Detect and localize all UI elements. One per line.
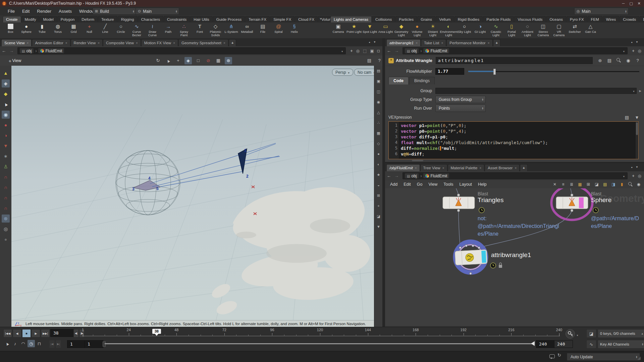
- spinner-icon[interactable]: [642, 343, 644, 346]
- breadcrumb-node[interactable]: FluidEmit: [423, 48, 449, 53]
- menu-edit[interactable]: Edit: [18, 7, 33, 15]
- move-tool-icon[interactable]: +: [174, 57, 182, 64]
- pane-resize-grip[interactable]: [412, 160, 423, 161]
- pane-tab-animation-editor[interactable]: Animation Editor: [32, 39, 70, 46]
- close-tab-icon[interactable]: [515, 166, 517, 170]
- breadcrumb-node[interactable]: FluidEmit: [423, 173, 449, 178]
- step-back-button[interactable]: ◀|: [73, 329, 79, 338]
- shelf-tool-distant-light[interactable]: ☀Distant Light: [425, 22, 441, 37]
- code-line-6[interactable]: v@N=diff;: [401, 151, 636, 157]
- close-tab-icon[interactable]: [223, 41, 225, 45]
- audio-icon[interactable]: ♪: [11, 340, 19, 347]
- vertical-splitter[interactable]: [382, 38, 385, 327]
- pane-layout-icon[interactable]: ▤: [366, 57, 373, 64]
- shelf-tab-guide-process[interactable]: Guide Process: [213, 16, 245, 22]
- search-icon[interactable]: [627, 181, 634, 188]
- shelf-tool-circle[interactable]: ○Circle: [113, 22, 129, 34]
- shelf-tab-deform[interactable]: Deform: [78, 16, 98, 22]
- frame-view-icon[interactable]: ◫: [376, 88, 382, 95]
- node-attribwrangle1[interactable]: [455, 249, 487, 265]
- close-tab-icon[interactable]: [441, 41, 443, 45]
- shelf-tab-particle-fluids[interactable]: Particle Fluids: [483, 16, 514, 22]
- scene-selector[interactable]: ⊙ Main: [136, 8, 179, 15]
- shelf-tab-simple-fx[interactable]: Simple FX: [270, 16, 294, 22]
- scatter-tool-icon[interactable]: ∗: [2, 152, 10, 160]
- shelf-tab-model[interactable]: Model: [40, 16, 57, 22]
- scroll-more-icon[interactable]: ▼: [376, 224, 382, 230]
- refresh-icon[interactable]: ↻: [557, 353, 561, 358]
- close-tab-icon[interactable]: [416, 41, 418, 45]
- shelf-tab-viscous-fluids[interactable]: Viscous Fluids: [514, 16, 546, 22]
- node-blast-triangles[interactable]: [443, 194, 475, 212]
- show-handles-icon[interactable]: ▲: [2, 69, 10, 77]
- tree-list-icon[interactable]: ≡: [560, 181, 567, 188]
- thumbnail-icon[interactable]: ◪: [593, 181, 600, 188]
- shelf-tool-null[interactable]: +Null: [82, 22, 97, 34]
- pane-tab-geometry-spreadsheet[interactable]: Geometry Spreadsheet: [178, 39, 228, 46]
- shelf-tab-polygon[interactable]: Polygon: [57, 16, 78, 22]
- pane-maximize-icon[interactable]: [631, 165, 633, 169]
- range-step-back-button[interactable]: |◀: [49, 340, 55, 348]
- triangles-node-label[interactable]: Blast Triangles: [478, 191, 503, 204]
- sphere-node-label[interactable]: Blast Sphere: [591, 191, 611, 204]
- shelf-tab-create[interactable]: Create: [3, 16, 21, 22]
- motion-fx-icon[interactable]: ∿: [586, 340, 596, 349]
- geometry-mode-icon[interactable]: ◆: [2, 90, 10, 98]
- timeline-ruler[interactable]: 38 124487296120144168192216240: [82, 328, 560, 339]
- radial-menu-selector[interactable]: ◎ Main: [574, 8, 629, 15]
- lock-camera-icon[interactable]: ◉: [376, 99, 382, 105]
- run-over-dropdown[interactable]: Points: [435, 105, 486, 112]
- realtime-toggle-icon[interactable]: ◷: [28, 340, 35, 347]
- shelf-tool-gan-ca[interactable]: △Gan Ca: [583, 22, 598, 34]
- auto-key-icon[interactable]: ◪: [586, 329, 596, 338]
- group-field[interactable]: [435, 88, 637, 94]
- camera-persp-menu[interactable]: Persp: [332, 69, 353, 76]
- pane-tab-composite-view[interactable]: Composite View: [103, 39, 141, 46]
- range-start2-field[interactable]: 1: [85, 340, 103, 348]
- search-icon[interactable]: [615, 57, 623, 64]
- selection-disable-icon[interactable]: ⊘: [205, 57, 212, 64]
- grid-toggle-icon[interactable]: ⊞: [376, 192, 382, 198]
- path-dropdown-icon[interactable]: [623, 49, 625, 53]
- background-image-icon[interactable]: ◨: [610, 181, 617, 188]
- shelf-tab-constraints[interactable]: Constraints: [164, 16, 190, 22]
- shelf-tab-drive-simulation[interactable]: Drive Simulation: [640, 16, 644, 22]
- forward-icon[interactable]: [393, 173, 400, 178]
- color-palette-icon[interactable]: ▦: [577, 181, 583, 188]
- network-menu-tools[interactable]: Tools: [440, 181, 456, 188]
- material-shade-icon[interactable]: ◐: [376, 161, 382, 167]
- shelf-tab-vellum[interactable]: Vellum: [436, 16, 454, 22]
- snap-grid-icon[interactable]: ∩: [2, 173, 10, 181]
- pane-tab-take-list[interactable]: Take List: [421, 39, 446, 46]
- pane-tab-material-palette[interactable]: Material Palette: [448, 164, 485, 171]
- paint-tool-icon[interactable]: ▼: [2, 142, 10, 150]
- key-all-channels-button[interactable]: Key All Channels: [598, 340, 644, 349]
- auto-key-toggle[interactable]: ◪: [586, 329, 596, 338]
- display-options-icon[interactable]: ⊛: [225, 57, 232, 64]
- shelf-tab-pyro-fx[interactable]: Pyro FX: [567, 16, 587, 22]
- view-menu[interactable]: View: [9, 58, 21, 63]
- code-line-1[interactable]: vector p1=point(0,"P",0);: [401, 123, 636, 128]
- code-scrollbar[interactable]: [636, 122, 638, 159]
- view-tool-icon[interactable]: ↻: [154, 57, 162, 64]
- camera-view-icon[interactable]: ▣: [376, 78, 382, 84]
- shelf-tool-environment-light[interactable]: ◐Environment Light: [441, 22, 457, 37]
- snap-curve-icon[interactable]: ∩: [2, 183, 10, 191]
- shaded-icon[interactable]: ●: [376, 151, 382, 157]
- spinner-icon[interactable]: [175, 10, 177, 13]
- shelf-tool-font[interactable]: TFont: [192, 22, 208, 34]
- lock-selection-icon[interactable]: ◉: [2, 111, 10, 119]
- close-tab-icon[interactable]: [65, 41, 67, 45]
- pane-menu-icon[interactable]: [636, 40, 638, 44]
- range-start-field[interactable]: 1: [67, 340, 86, 348]
- box-zoom-icon[interactable]: □: [195, 57, 202, 64]
- path-dropdown-icon[interactable]: [341, 49, 343, 53]
- close-tab-icon[interactable]: [479, 166, 481, 170]
- jump-up-icon[interactable]: ◉: [635, 181, 642, 188]
- shelf-tool-torus[interactable]: ◍Torus: [50, 22, 66, 34]
- snap-point-icon[interactable]: ∩: [2, 194, 10, 202]
- breadcrumb[interactable]: obj FluidEmit: [402, 47, 628, 54]
- node-name-field[interactable]: attribwrangle1: [436, 57, 593, 64]
- flipbook-icon[interactable]: ▦: [215, 57, 222, 64]
- asset-box-icon[interactable]: ▮: [619, 181, 625, 188]
